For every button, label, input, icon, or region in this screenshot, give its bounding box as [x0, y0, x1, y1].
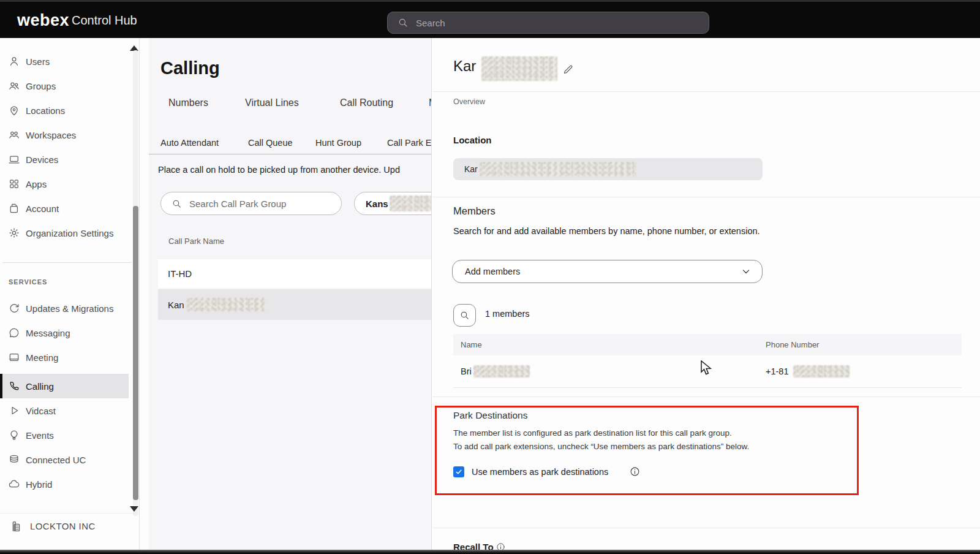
check-icon: [455, 468, 462, 476]
info-icon[interactable]: [630, 466, 640, 477]
folder-icon: [8, 202, 20, 214]
sidebar-item-label: Connected UC: [26, 455, 86, 465]
sidebar-item-label: Locations: [26, 105, 65, 116]
scroll-down-icon[interactable]: [130, 506, 138, 512]
sidebar-item-calling[interactable]: Calling: [0, 374, 129, 398]
column-header-name: Name: [461, 340, 482, 349]
divider: [432, 397, 980, 397]
member-phone-prefix: +1-81: [766, 366, 789, 376]
selected-indicator: [0, 374, 2, 398]
table-row-kan-selected[interactable]: Kan: [158, 289, 432, 320]
column-header-call-park-name: Call Park Name: [168, 237, 224, 246]
sidebar-item-groups[interactable]: Groups: [0, 74, 130, 98]
meeting-icon: [8, 351, 20, 363]
park-destinations-heading: Park Destinations: [453, 410, 527, 421]
redacted-text: [187, 298, 265, 311]
tab-call-routing[interactable]: Call Routing: [340, 97, 393, 108]
member-name-prefix: Bri: [461, 366, 472, 376]
laptop-icon: [8, 153, 20, 165]
members-description: Search for and add available members by …: [453, 226, 760, 236]
subtab-auto-attendant[interactable]: Auto Attendant: [160, 138, 219, 148]
park-destinations-line2: To add call park extensions, uncheck “Us…: [453, 442, 749, 451]
call-park-description: Place a call on hold to be picked up fro…: [158, 165, 400, 175]
detail-title: Kar: [453, 58, 476, 75]
sidebar-scrollbar-thumb[interactable]: [133, 206, 138, 500]
tab-numbers[interactable]: Numbers: [168, 97, 208, 108]
bottom-window-edge: [0, 550, 980, 554]
tab-virtual-lines[interactable]: Virtual Lines: [245, 97, 299, 108]
sidebar-item-label: Messaging: [26, 328, 70, 338]
overview-label: Overview: [453, 97, 485, 106]
call-park-search-input[interactable]: Search Call Park Group: [160, 192, 342, 215]
people-icon: [8, 80, 20, 92]
sidebar-item-updates-migrations[interactable]: Updates & Migrations: [0, 296, 130, 321]
sidebar-item-account[interactable]: Account: [0, 196, 130, 221]
sidebar-item-connected-uc[interactable]: Connected UC: [0, 447, 130, 472]
divider: [432, 528, 980, 528]
organization-name: LOCKTON INC: [30, 521, 96, 531]
subtab-call-park[interactable]: Call Park Ex: [387, 138, 432, 148]
subtab-call-queue[interactable]: Call Queue: [248, 138, 293, 148]
services-section-label: SERVICES: [9, 278, 47, 286]
sidebar-item-events[interactable]: Events: [0, 423, 130, 447]
layers-icon: [8, 453, 20, 466]
subtab-hunt-group[interactable]: Hunt Group: [315, 138, 361, 148]
members-table-header: Name Phone Number: [453, 334, 962, 355]
search-icon: [172, 199, 182, 209]
redacted-text: [473, 365, 530, 378]
column-header-phone-number: Phone Number: [766, 340, 819, 349]
location-filter-dropdown[interactable]: Kans: [354, 192, 432, 215]
sidebar-item-label: Users: [26, 56, 50, 67]
organization-selector[interactable]: LOCKTON INC: [0, 513, 139, 539]
sidebar-item-label: Vidcast: [26, 406, 56, 416]
play-icon: [8, 404, 20, 417]
park-destinations-line1: The member list is configured as park de…: [453, 428, 732, 438]
use-members-checkbox[interactable]: [453, 466, 464, 477]
sidebar-item-label: Updates & Migrations: [26, 303, 113, 314]
cloud-icon: [8, 478, 20, 490]
edit-pencil-icon[interactable]: [562, 64, 574, 75]
webex-logo: webex: [17, 11, 69, 30]
member-row[interactable]: Bri +1-81: [453, 355, 962, 388]
webex-control-hub-window: webex Control Hub Search Users Groups Lo…: [0, 0, 980, 554]
sidebar: Users Groups Locations Workspaces Device…: [0, 38, 140, 550]
gear-icon: [8, 227, 20, 239]
workspaces-icon: [8, 129, 20, 141]
divider: [432, 197, 980, 197]
calling-list-panel: Calling Numbers Virtual Lines Call Routi…: [140, 38, 432, 554]
sidebar-item-workspaces[interactable]: Workspaces: [0, 123, 130, 147]
sidebar-item-locations[interactable]: Locations: [0, 98, 130, 123]
tab-more-clipped[interactable]: M: [429, 97, 432, 108]
sidebar-item-users[interactable]: Users: [0, 49, 130, 74]
global-search-input[interactable]: Search: [387, 12, 709, 34]
redacted-text: [480, 162, 636, 176]
table-row-it-hd[interactable]: IT-HD: [158, 259, 432, 288]
search-icon: [459, 310, 470, 321]
sidebar-item-devices[interactable]: Devices: [0, 147, 130, 172]
call-park-detail-panel: Kar Overview Location Kar Members Search…: [432, 38, 980, 554]
sidebar-item-vidcast[interactable]: Vidcast: [0, 398, 130, 423]
sidebar-item-label: Meeting: [26, 352, 58, 363]
call-park-name: Kan: [168, 300, 184, 310]
sidebar-item-organization-settings[interactable]: Organization Settings: [0, 221, 130, 245]
location-label: Location: [453, 135, 492, 145]
sidebar-item-label: Workspaces: [26, 130, 76, 140]
sidebar-item-label: Events: [26, 430, 54, 441]
redacted-text: [793, 365, 850, 378]
sidebar-item-meeting[interactable]: Meeting: [0, 345, 130, 370]
member-search-button[interactable]: [453, 304, 476, 327]
chat-icon: [8, 327, 20, 339]
add-members-dropdown[interactable]: Add members: [452, 260, 763, 283]
members-count: 1 members: [485, 309, 530, 319]
use-members-checkbox-label: Use members as park destinations: [472, 467, 608, 477]
sidebar-item-hybrid[interactable]: Hybrid: [0, 472, 130, 496]
sidebar-item-messaging[interactable]: Messaging: [0, 321, 130, 345]
sidebar-item-label: Account: [26, 203, 59, 214]
sidebar-item-label: Groups: [26, 81, 56, 91]
location-filter-value: Kans: [366, 199, 388, 209]
top-bar: webex Control Hub Search: [0, 0, 980, 38]
sidebar-item-label: Devices: [26, 154, 58, 165]
sidebar-item-apps[interactable]: Apps: [0, 172, 130, 196]
call-park-search-placeholder: Search Call Park Group: [189, 199, 286, 209]
sidebar-divider: [2, 262, 131, 263]
